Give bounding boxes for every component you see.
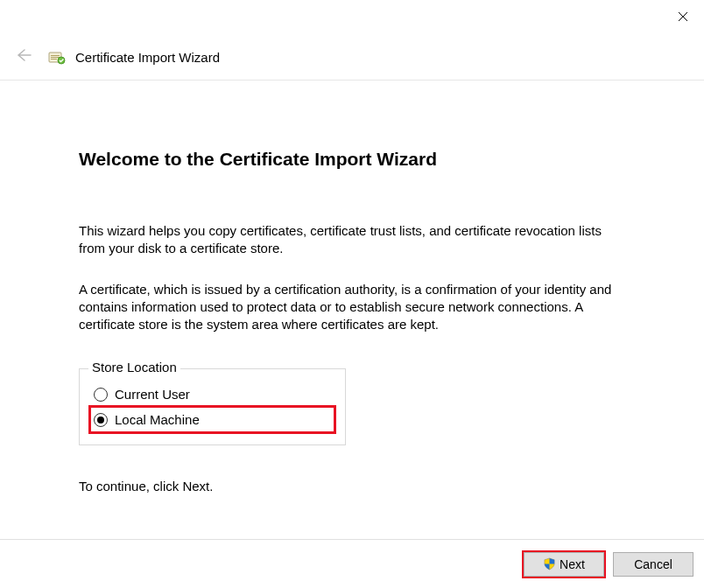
back-arrow-icon: [16, 48, 32, 66]
close-button[interactable]: [671, 7, 695, 26]
radio-current-user[interactable]: Current User: [90, 382, 334, 407]
store-location-group: Store Location Current User Local Machin…: [79, 368, 346, 445]
radio-label-local-machine: Local Machine: [115, 412, 200, 427]
radio-local-machine[interactable]: Local Machine: [90, 407, 334, 432]
continue-text: To continue, click Next.: [79, 479, 643, 494]
page-title: Welcome to the Certificate Import Wizard: [79, 149, 643, 170]
description-2: A certificate, which is issued by a cert…: [79, 281, 622, 334]
store-location-legend: Store Location: [88, 360, 180, 374]
svg-rect-4: [51, 57, 60, 58]
uac-shield-icon: [543, 557, 556, 570]
svg-rect-3: [51, 55, 60, 56]
radio-icon-selected: [94, 413, 108, 427]
certificate-wizard-icon: [47, 48, 67, 67]
cancel-button-label: Cancel: [634, 557, 672, 571]
next-button-label: Next: [560, 557, 585, 571]
wizard-header: Certificate Import Wizard: [0, 44, 704, 80]
radio-icon: [94, 388, 108, 402]
svg-point-6: [58, 57, 65, 64]
svg-rect-5: [51, 59, 57, 60]
description-1: This wizard helps you copy certificates,…: [79, 222, 622, 258]
wizard-header-title: Certificate Import Wizard: [75, 50, 220, 65]
next-button[interactable]: Next: [524, 552, 604, 577]
radio-label-current-user: Current User: [115, 387, 190, 402]
button-bar: Next Cancel: [0, 539, 704, 588]
cancel-button[interactable]: Cancel: [613, 552, 693, 577]
close-icon: [678, 11, 688, 22]
